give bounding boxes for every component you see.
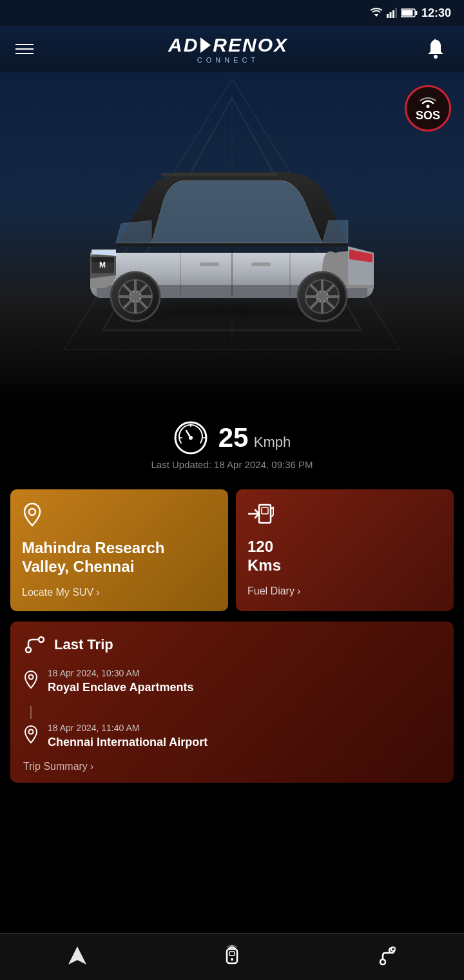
app-logo: AD RENOX CONNECT [168,34,288,64]
logo-text: AD [168,34,198,56]
speed-value-display: 25 Kmph [218,422,291,453]
status-time: 12:30 [421,6,451,20]
svg-rect-24 [161,173,277,176]
svg-point-50 [29,674,34,679]
trip-stop-1: 18 Apr 2024, 10:30 AM Royal Enclave Apar… [23,668,441,694]
svg-point-51 [29,729,34,734]
speedometer-icon [173,420,208,455]
nav-navigate[interactable] [66,944,89,967]
speed-number: 25 [218,422,249,453]
svg-point-14 [427,105,430,108]
nav-trips[interactable] [375,944,398,967]
signal-icon [387,8,397,18]
trip-stop2-details: 18 Apr 2024, 11:40 AM Chennai Internatio… [48,723,208,749]
trip-summary-link[interactable]: Trip Summary › [23,761,441,772]
fuel-card-icon [247,502,442,530]
locate-suv-link[interactable]: Locate My SUV › [22,587,217,598]
svg-marker-8 [200,37,211,53]
speed-display: 25 Kmph [173,420,291,455]
fuel-diary-link[interactable]: Fuel Diary › [247,585,442,597]
speed-section: 25 Kmph Last Updated: 18 Apr 2024, 09:36… [0,407,464,476]
trip-stop1-name: Royal Enclave Apartments [48,681,193,694]
svg-point-59 [392,948,394,950]
battery-icon [401,8,418,17]
fuel-title: 120 Kms [247,538,442,575]
remote-icon [220,944,244,967]
svg-marker-0 [374,14,378,17]
svg-point-9 [434,55,438,59]
fuel-card[interactable]: 120 Kms Fuel Diary › [236,489,454,611]
svg-rect-2 [389,12,391,18]
nav-remote[interactable] [220,944,244,967]
logo-text-2: RENOX [213,34,288,56]
svg-rect-23 [251,262,271,266]
trip-stop2-name: Chennai International Airport [48,736,208,749]
bottom-navigation [0,933,464,980]
trip-card-header: Last Trip [23,634,441,655]
header: AD RENOX CONNECT [0,26,464,72]
car-image: M [52,124,412,343]
last-trip-title: Last Trip [54,636,113,653]
last-updated-text: Last Updated: 18 Apr 2024, 09:36 PM [151,459,313,470]
trip-route-icon [23,634,46,655]
navigate-icon [66,944,89,967]
sos-button[interactable]: SOS [405,85,451,132]
hamburger-menu[interactable] [15,44,34,54]
svg-rect-4 [395,8,397,18]
svg-point-45 [29,509,35,515]
logo-subtitle: CONNECT [168,56,288,64]
trip-stop2-pin-icon [23,725,39,743]
status-bar: 12:30 [0,0,464,26]
svg-rect-3 [392,10,394,18]
svg-point-55 [231,958,233,961]
svg-rect-47 [262,507,268,514]
sos-wifi-icon [419,95,437,108]
trip-stop2-time: 18 Apr 2024, 11:40 AM [48,723,208,733]
trips-icon [375,944,398,967]
pin-icon [22,502,43,527]
status-icons: 12:30 [370,6,451,20]
location-card-icon [22,502,217,531]
logo-arrow-icon [199,37,212,53]
trip-route-connector [30,706,32,719]
svg-rect-6 [415,11,417,15]
hero-section: SOS [0,72,464,407]
svg-text:M: M [99,260,106,270]
trip-stop1-details: 18 Apr 2024, 10:30 AM Royal Enclave Apar… [48,668,193,694]
sos-label: SOS [416,110,440,121]
svg-rect-54 [229,952,235,956]
svg-marker-52 [68,946,86,965]
car-illustration: M [52,124,412,343]
svg-rect-1 [387,14,389,18]
fuel-icon [247,502,276,525]
notification-button[interactable] [423,36,449,62]
speed-unit: Kmph [254,434,291,450]
info-cards-row: Mahindra Research Valley, Chennai Locate… [10,489,454,611]
location-card[interactable]: Mahindra Research Valley, Chennai Locate… [10,489,228,611]
svg-point-41 [189,436,193,440]
svg-rect-7 [401,10,412,16]
bell-icon-svg [426,39,445,59]
location-title: Mahindra Research Valley, Chennai [22,539,217,576]
last-trip-card: Last Trip 18 Apr 2024, 10:30 AM Royal En… [10,622,454,783]
trip-stop1-time: 18 Apr 2024, 10:30 AM [48,668,193,678]
wifi-icon [370,8,383,18]
svg-rect-22 [200,262,219,266]
trip-stop1-pin-icon [23,671,39,689]
trip-stop-2: 18 Apr 2024, 11:40 AM Chennai Internatio… [23,723,441,749]
